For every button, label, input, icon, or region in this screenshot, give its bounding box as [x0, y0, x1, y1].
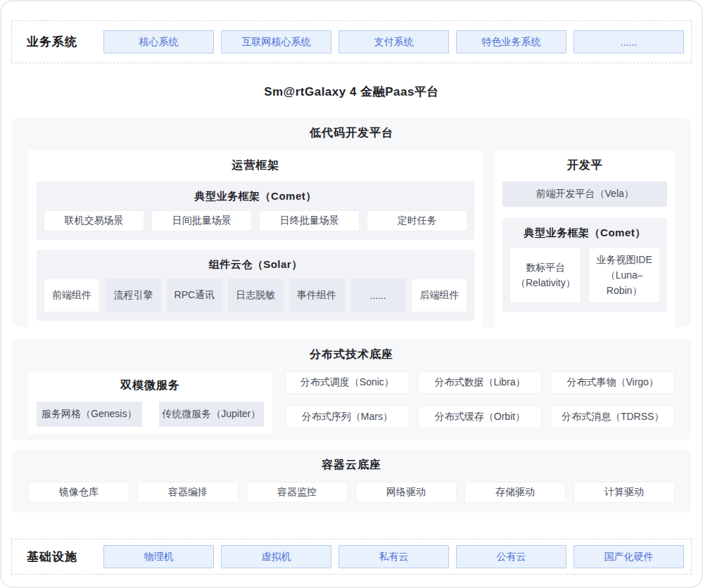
card-rpc-communication: RPC通讯	[167, 279, 222, 312]
chip-special-business-system: 特色业务系统	[456, 30, 566, 53]
low-code-platform-panel: 低代码开发平台 运营框架 典型业务框架（Comet） 联机交易场景 日间批量场景…	[12, 117, 691, 327]
dev-platform-title: 开发平	[502, 158, 667, 173]
chip-ellipsis: ......	[574, 30, 684, 53]
card-event-component: 事件组件	[289, 279, 345, 312]
distributed-base-title: 分布式技术底座	[28, 347, 675, 362]
card-distributed-cache-orbit: 分布式缓存（Orbit）	[418, 406, 543, 428]
operation-framework-title: 运营框架	[37, 158, 474, 173]
comet-framework-section: 典型业务框架（Comet） 联机交易场景 日间批量场景 日终批量场景 定时任务	[37, 181, 474, 240]
card-endofday-batch-scene: 日终批量场景	[259, 210, 360, 231]
business-systems-chips: 核心系统 互联网核心系统 支付系统 特色业务系统 ......	[103, 30, 684, 53]
card-compute-driver: 计算驱动	[574, 482, 675, 503]
card-frontend-component: 前端组件	[44, 279, 100, 312]
chip-internet-core-system: 互联网核心系统	[221, 30, 331, 53]
dev-platform-box: 开发平 前端开发平台（Vela） 典型业务框架（Comet） 数标平台 （Rel…	[495, 150, 675, 328]
solar-component-section: 组件云仓（Solar） 前端组件 流程引擎 RPC通讯 日志脱敏 事件组件 ..…	[37, 250, 474, 321]
distributed-base-panel: 分布式技术底座 双模微服务 服务网格（Genesis） 传统微服务（Jupite…	[12, 339, 691, 440]
comet-framework-title: 典型业务框架（Comet）	[44, 190, 467, 203]
dev-comet-section: 典型业务框架（Comet） 数标平台 （Relativity） 业务视图IDE …	[502, 218, 667, 312]
dev-comet-title: 典型业务框架（Comet）	[509, 226, 660, 240]
business-systems-label: 业务系统	[27, 34, 77, 50]
infrastructure-chips: 物理机 虚拟机 私有云 公有云 国产化硬件	[103, 545, 684, 568]
container-base-panel: 容器云底座 镜像仓库 容器编排 容器监控 网络驱动 存储驱动 计算驱动	[12, 449, 691, 513]
card-process-engine: 流程引擎	[106, 279, 161, 312]
operation-framework-box: 运营框架 典型业务框架（Comet） 联机交易场景 日间批量场景 日终批量场景 …	[28, 150, 483, 328]
dual-mode-microservice-title: 双模微服务	[37, 378, 264, 393]
card-distributed-sequence-mars: 分布式序列（Mars）	[285, 406, 410, 428]
card-distributed-message-tdrss: 分布式消息（TDRSS）	[550, 406, 675, 428]
card-online-trading-scene: 联机交易场景	[44, 210, 144, 231]
card-business-view-ide-luna-robin: 业务视图IDE （Luna–Robin）	[588, 247, 660, 303]
card-line2: （Relativity）	[516, 275, 576, 290]
card-line2: （Luna–Robin）	[589, 267, 659, 298]
card-distributed-data-libra: 分布式数据（Libra）	[418, 371, 543, 394]
solar-component-title: 组件云仓（Solar）	[44, 258, 467, 271]
card-scheduled-task: 定时任务	[367, 210, 467, 231]
chip-domestic-hardware: 国产化硬件	[574, 545, 684, 568]
chip-public-cloud: 公有云	[456, 545, 566, 568]
low-code-platform-title: 低代码开发平台	[28, 126, 675, 141]
page-title: Sm@rtGalaxy 4 金融Paas平台	[1, 84, 702, 100]
chip-virtual-machine: 虚拟机	[221, 545, 331, 568]
card-service-mesh-genesis: 服务网格（Genesis）	[37, 402, 142, 427]
card-image-registry: 镜像仓库	[28, 482, 129, 503]
chip-payment-system: 支付系统	[338, 30, 449, 53]
chip-private-cloud: 私有云	[338, 545, 449, 568]
card-container-monitoring: 容器监控	[246, 482, 348, 503]
card-line1: 数标平台	[526, 260, 565, 275]
distributed-services-grid: 分布式调度（Sonic） 分布式数据（Libra） 分布式事物（Virgo） 分…	[285, 371, 675, 428]
card-distributed-transaction-virgo: 分布式事物（Virgo）	[550, 371, 675, 394]
card-distributed-scheduling-sonic: 分布式调度（Sonic）	[285, 371, 410, 394]
card-backend-component: 后端组件	[411, 279, 467, 312]
chip-core-system: 核心系统	[103, 30, 214, 53]
dual-mode-microservice-box: 双模微服务 服务网格（Genesis） 传统微服务（Jupiter）	[28, 371, 272, 434]
card-solar-ellipsis: ......	[350, 279, 406, 312]
card-frontend-dev-platform-vela: 前端开发平台（Vela）	[502, 181, 667, 207]
infrastructure-row: 基础设施 物理机 虚拟机 私有云 公有云 国产化硬件	[11, 539, 692, 575]
card-storage-driver: 存储驱动	[464, 482, 566, 503]
business-systems-row: 业务系统 核心系统 互联网核心系统 支付系统 特色业务系统 ......	[11, 20, 692, 63]
container-base-title: 容器云底座	[28, 458, 675, 473]
infrastructure-label: 基础设施	[27, 549, 77, 565]
card-traditional-microservice-jupiter: 传统微服务（Jupiter）	[159, 402, 265, 427]
card-network-driver: 网络驱动	[355, 482, 457, 503]
card-log-masking: 日志脱敏	[228, 279, 284, 312]
card-line1: 业务视图IDE	[596, 252, 652, 267]
card-daytime-batch-scene: 日间批量场景	[151, 210, 252, 231]
card-container-orchestration: 容器编排	[137, 482, 239, 503]
chip-physical-machine: 物理机	[103, 545, 214, 568]
card-data-standard-platform-relativity: 数标平台 （Relativity）	[509, 247, 581, 303]
architecture-diagram: 业务系统 核心系统 互联网核心系统 支付系统 特色业务系统 ...... Sm@…	[0, 0, 703, 588]
